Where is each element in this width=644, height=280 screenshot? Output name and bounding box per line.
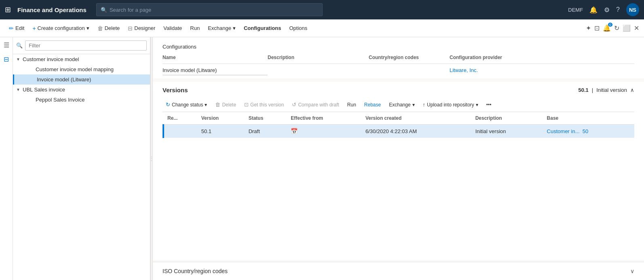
tree-item-customer-invoice-model[interactable]: ▼ Customer invoice model [13, 54, 150, 64]
versions-header: Versions 50.1 | Initial version ∧ [163, 87, 634, 93]
exchange-button[interactable]: Exchange ▾ [204, 19, 240, 37]
col-base[interactable]: Base [543, 112, 634, 125]
hamburger-icon[interactable]: ☰ [4, 41, 9, 49]
change-status-icon: ↻ [166, 102, 170, 108]
get-this-version-button[interactable]: ⊡ Get this version [241, 100, 287, 109]
open-external-icon[interactable]: ⬜ [623, 24, 631, 32]
base-link[interactable]: Customer in... [547, 128, 580, 134]
versions-run-button[interactable]: Run [344, 100, 359, 109]
calendar-icon[interactable]: 📅 [291, 128, 298, 134]
command-bar: ✏ Edit + Create configuration ▾ 🗑 Delete… [0, 19, 644, 37]
versions-delete-button[interactable]: 🗑 Delete [212, 100, 239, 109]
compare-with-draft-button[interactable]: ↺ Compare with draft [289, 100, 342, 109]
col-description[interactable]: Description [471, 112, 543, 125]
col-version[interactable]: Version [197, 112, 245, 125]
change-status-chevron: ▾ [205, 102, 207, 108]
search-icon: 🔍 [101, 7, 107, 13]
designer-icon: ⊟ [128, 25, 133, 32]
base-num[interactable]: 50 [583, 128, 588, 134]
tree-item-customer-invoice-model-mapping[interactable]: Customer invoice model mapping [13, 64, 150, 74]
cell-effective-from: 📅 [287, 125, 361, 138]
iso-expand-icon[interactable]: ∨ [630, 268, 634, 274]
versions-toolbar: ↻ Change status ▾ 🗑 Delete ⊡ Get this ve… [163, 98, 634, 112]
col-re: Re... [163, 112, 197, 125]
designer-button[interactable]: ⊟ Designer [124, 19, 159, 37]
upload-icon: ↑ [423, 102, 426, 108]
upload-chevron: ▾ [476, 102, 478, 108]
tree-item-invoice-model-litware[interactable]: Invoice model (Litware) [13, 74, 150, 85]
get-version-icon: ⊡ [244, 102, 249, 108]
filter-icon[interactable]: ⊟ [4, 55, 9, 63]
validate-button[interactable]: Validate [159, 19, 186, 37]
version-divider: | [592, 87, 593, 93]
main-layout: ☰ ⊟ 🔍 ▼ Customer invoice model Customer … [0, 37, 644, 280]
nav-right: DEMF 🔔 ⚙ ? NS [568, 3, 639, 16]
edit-icon: ✏ [9, 25, 14, 32]
tree-item-label: Customer invoice model [23, 56, 79, 62]
col-header-name: Name [163, 55, 268, 60]
fullscreen-icon[interactable]: ⊡ [594, 24, 600, 32]
create-configuration-button[interactable]: + Create configuration ▾ [28, 19, 93, 37]
cell-base: Customer in... 50 [543, 125, 634, 138]
col-effective-from[interactable]: Effective from [287, 112, 361, 125]
more-options-button[interactable]: ••• [483, 100, 495, 109]
rebase-button[interactable]: Rebase [361, 100, 384, 109]
col-version-created[interactable]: Version created [361, 112, 471, 125]
versions-exchange-button[interactable]: Exchange ▾ [386, 100, 418, 109]
grid-icon[interactable]: ⊞ [5, 5, 11, 14]
customize-icon[interactable]: ✦ [586, 24, 591, 32]
user-label: DEMF [568, 7, 583, 13]
tree-item-ubl-sales-invoice[interactable]: ▼ UBL Sales invoice [13, 85, 150, 95]
configurations-button[interactable]: Configurations [240, 19, 285, 37]
versions-delete-icon: 🗑 [215, 102, 220, 108]
edit-button[interactable]: ✏ Edit [5, 19, 28, 37]
notification-badge-icon[interactable]: 🔔0 [603, 24, 611, 32]
versions-table-header-row: Re... Version Status Effective from Vers… [163, 112, 634, 125]
cell-description: Initial version [471, 125, 543, 138]
tree-item-label: Invoice model (Litware) [37, 76, 91, 83]
config-provider-value[interactable]: Litware, Inc. [450, 67, 634, 75]
bell-icon[interactable]: 🔔 [589, 6, 598, 14]
configurations-data-row: Invoice model (Litware) Litware, Inc. [163, 64, 634, 78]
config-name-value: Invoice model (Litware) [163, 67, 268, 75]
tree-item-peppol-sales-invoice[interactable]: Peppol Sales Invoice [13, 95, 150, 105]
help-icon[interactable]: ? [616, 6, 620, 13]
configurations-heading: Configurations [163, 44, 634, 50]
config-country-value [369, 67, 450, 75]
version-label: Initial version [596, 87, 627, 93]
delete-button[interactable]: 🗑 Delete [93, 19, 124, 37]
filter-box: 🔍 [13, 37, 150, 54]
versions-exchange-chevron: ▾ [412, 102, 415, 108]
upload-into-repository-button[interactable]: ↑ Upload into repository ▾ [420, 100, 481, 109]
cell-version: 50.1 [197, 125, 245, 138]
filter-search-icon: 🔍 [16, 42, 23, 49]
filter-input[interactable] [25, 40, 147, 51]
expand-icon: ▼ [16, 57, 21, 62]
settings-icon[interactable]: ⚙ [604, 6, 610, 14]
iso-title: ISO Country/region codes [163, 268, 228, 274]
create-chevron-icon: ▾ [87, 25, 89, 31]
iso-section[interactable]: ISO Country/region codes ∨ [153, 262, 644, 280]
config-description-value [268, 67, 369, 75]
versions-collapse-icon[interactable]: ∧ [630, 87, 634, 93]
change-status-button[interactable]: ↻ Change status ▾ [163, 100, 210, 109]
options-button[interactable]: Options [285, 19, 311, 37]
table-row[interactable]: 50.1 Draft 📅 6/30/2020 4:22:03 AM Initia… [163, 125, 634, 138]
search-bar[interactable]: 🔍 [96, 3, 323, 16]
plus-icon: + [32, 25, 36, 32]
tree-content: ▼ Customer invoice model Customer invoic… [13, 54, 150, 280]
run-button[interactable]: Run [186, 19, 204, 37]
configurations-table-header: Name Description Country/region codes Co… [163, 55, 634, 64]
content-panel: Configurations Name Description Country/… [153, 37, 644, 280]
user-avatar[interactable]: NS [626, 3, 639, 16]
cell-re [163, 125, 197, 138]
col-header-description: Description [268, 55, 369, 60]
versions-info: 50.1 | Initial version ∧ [578, 87, 634, 93]
cell-version-created: 6/30/2020 4:22:03 AM [361, 125, 471, 138]
tree-item-label: Customer invoice model mapping [36, 66, 114, 72]
col-status[interactable]: Status [245, 112, 287, 125]
search-input[interactable] [110, 7, 318, 13]
refresh-icon[interactable]: ↻ [614, 24, 619, 32]
sidebar-collapse: ☰ ⊟ [0, 37, 13, 280]
close-icon[interactable]: ✕ [634, 24, 639, 32]
